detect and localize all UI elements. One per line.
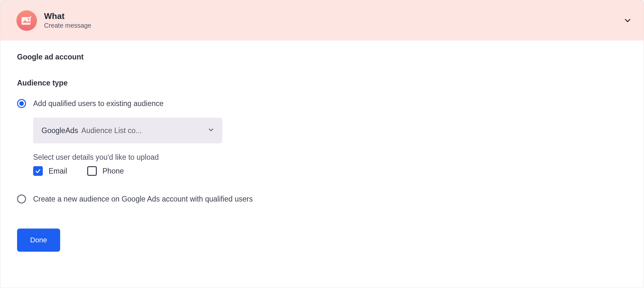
upload-checks: Email Phone xyxy=(33,166,627,176)
option-new-audience-label: Create a new audience on Google Ads acco… xyxy=(33,195,253,203)
checkbox-email[interactable]: Email xyxy=(33,166,67,176)
checkbox-checked-icon[interactable] xyxy=(33,166,43,176)
option-existing-audience[interactable]: Add qualified users to existing audience xyxy=(17,99,627,108)
checkbox-email-label: Email xyxy=(49,167,67,176)
dropdown-selected-value: Audience List co... xyxy=(81,126,142,135)
chevron-down-icon[interactable] xyxy=(623,16,632,25)
done-button[interactable]: Done xyxy=(17,229,60,252)
radio-selected-icon[interactable] xyxy=(17,99,26,108)
option-existing-audience-label: Add qualified users to existing audience xyxy=(33,99,163,108)
option1-details: GoogleAds Audience List co... Select use… xyxy=(33,118,627,176)
checkbox-unchecked-icon[interactable] xyxy=(87,166,97,176)
header-left: What Create message xyxy=(16,10,91,31)
audience-list-dropdown[interactable]: GoogleAds Audience List co... xyxy=(33,118,222,143)
checkbox-phone-label: Phone xyxy=(103,167,124,176)
radio-empty-icon[interactable] xyxy=(17,194,26,203)
header-title: What xyxy=(44,12,91,21)
header-subtitle: Create message xyxy=(44,22,91,29)
upload-details-label: Select user details you'd like to upload xyxy=(33,153,627,162)
panel-body: Google ad account Audience type Add qual… xyxy=(0,40,644,265)
checkbox-phone[interactable]: Phone xyxy=(87,166,124,176)
svg-rect-0 xyxy=(22,17,31,25)
section-header-what[interactable]: What Create message xyxy=(0,0,644,40)
option-new-audience[interactable]: Create a new audience on Google Ads acco… xyxy=(17,194,627,203)
svg-point-1 xyxy=(28,18,30,20)
header-text: What Create message xyxy=(44,12,91,29)
audience-type-label: Audience type xyxy=(17,79,627,87)
google-ad-account-label: Google ad account xyxy=(17,53,627,61)
dropdown-brand: GoogleAds xyxy=(41,126,78,135)
chevron-down-icon xyxy=(207,126,215,135)
message-image-icon xyxy=(16,10,37,31)
